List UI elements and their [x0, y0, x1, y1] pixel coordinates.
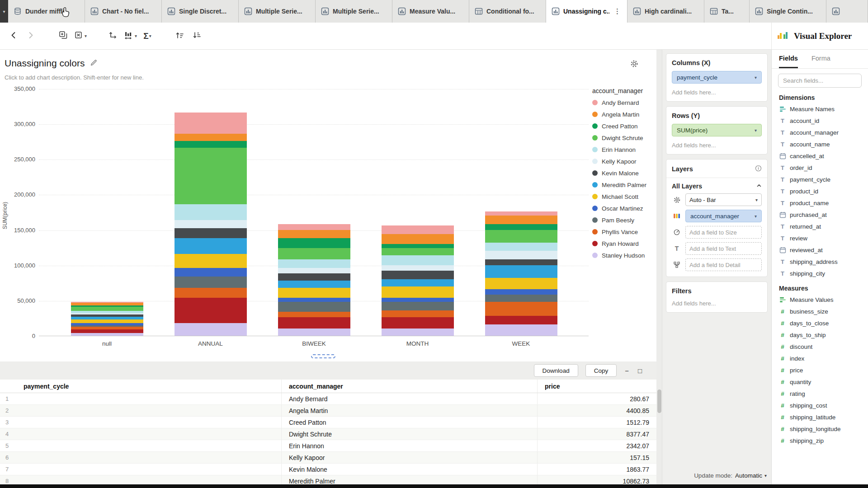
column-header-payment-cycle[interactable]: payment_cycle [16, 383, 281, 390]
field-search-input[interactable] [778, 74, 862, 88]
field-measure-values[interactable]: Measure Values [779, 294, 865, 305]
bar-segment[interactable] [71, 313, 143, 314]
column-header-price[interactable]: price [537, 380, 656, 393]
tab-menu-kebab-icon[interactable]: ⋮ [613, 7, 622, 15]
field-shipping-cost[interactable]: #shipping_cost [779, 399, 865, 411]
color-field-pill[interactable]: account_manager ▾ [685, 210, 762, 222]
all-layers-toggle[interactable]: All Layers [672, 183, 762, 190]
maximize-results-icon[interactable]: □ [637, 367, 643, 374]
bar-segment[interactable] [382, 244, 454, 248]
bar-segment[interactable] [382, 248, 454, 255]
bar-segment[interactable] [485, 211, 557, 216]
bar-segment[interactable] [485, 302, 557, 316]
bar-segment[interactable] [382, 302, 454, 310]
columns-field-pill[interactable]: payment_cycle ▾ [672, 71, 762, 84]
table-row[interactable]: 7Kevin Malone1863.77 [0, 464, 656, 475]
bar-segment[interactable] [485, 251, 557, 259]
bar-segment[interactable] [382, 298, 454, 302]
bar-segment[interactable] [485, 243, 557, 251]
field-returned-at[interactable]: Treturned_at [779, 221, 865, 232]
bar-segment[interactable] [278, 281, 350, 288]
legend-item[interactable]: Dwight Schrute [592, 132, 656, 144]
table-row[interactable]: 8Meredith Palmer10862.73 [0, 475, 656, 484]
bar-segment[interactable] [175, 148, 247, 204]
bar-segment[interactable] [278, 238, 350, 248]
bar-segment[interactable] [382, 279, 454, 286]
tab-ta[interactable]: Ta... [704, 0, 750, 23]
sort-ascending-button[interactable] [173, 28, 187, 44]
swap-axes-button[interactable] [106, 28, 120, 44]
field-business-size[interactable]: #business_size [779, 305, 865, 317]
legend-item[interactable]: Angela Martin [592, 108, 656, 120]
bar-segment[interactable] [175, 238, 247, 253]
legend-item[interactable]: Phyllis Vance [592, 226, 656, 238]
bar-segment[interactable] [485, 316, 557, 324]
field-account-manager[interactable]: Taccount_manager [779, 127, 865, 138]
mark-type-select[interactable]: Auto - Bar ▾ [685, 193, 762, 206]
legend-item[interactable]: Pam Beesly [592, 214, 656, 226]
bar-segment[interactable] [175, 220, 247, 229]
legend-item[interactable]: Meredith Palmer [592, 179, 656, 191]
bar-segment[interactable] [71, 327, 143, 329]
bar-segment[interactable] [278, 224, 350, 230]
columns-add-fields-placeholder[interactable]: Add fields here... [672, 89, 762, 96]
bar-segment[interactable] [71, 311, 143, 313]
detail-field-dropzone[interactable]: Add a field to Detail [685, 258, 762, 271]
tab-conditional-fo[interactable]: Conditional fo... [469, 0, 546, 23]
bar-segment[interactable] [175, 254, 247, 268]
bar-segment[interactable] [278, 268, 350, 274]
chart-resize-handle[interactable] [311, 354, 335, 358]
table-row[interactable]: 3Creed Patton1512.79 [0, 417, 656, 428]
bar-segment[interactable] [382, 255, 454, 265]
bar-segment[interactable] [382, 317, 454, 328]
sort-descending-button[interactable] [190, 28, 204, 44]
bar-segment[interactable] [278, 312, 350, 318]
rows-add-fields-placeholder[interactable]: Add fields here... [672, 142, 762, 149]
bar-segment[interactable] [278, 328, 350, 336]
bar-segment[interactable] [382, 328, 454, 336]
field-index[interactable]: #index [779, 352, 865, 364]
bar-segment[interactable] [382, 234, 454, 244]
field-cancelled-at[interactable]: cancelled_at [779, 150, 865, 162]
legend-item[interactable]: Andy Bernard [592, 97, 656, 108]
bar-segment[interactable] [175, 228, 247, 238]
legend-item[interactable]: Stanley Hudson [592, 249, 656, 261]
field-measure-names[interactable]: Measure Names [779, 103, 865, 115]
legend-item[interactable]: Kevin Malone [592, 167, 656, 179]
tab-single-discret[interactable]: Single Discret... [162, 0, 239, 23]
minimize-results-icon[interactable]: − [624, 367, 630, 374]
bar-segment[interactable] [382, 265, 454, 271]
column-header-account-manager[interactable]: account_manager [281, 380, 537, 393]
aggregate-button[interactable]: Σ ▾ [140, 28, 155, 44]
field-quantity[interactable]: #quantity [779, 376, 865, 388]
canvas-scrollbar[interactable] [656, 50, 662, 484]
tab-single-contin[interactable]: Single Contin... [750, 0, 826, 23]
bar-segment[interactable] [175, 113, 247, 134]
tab-measure-valu[interactable]: Measure Valu... [392, 0, 469, 23]
forward-button[interactable] [24, 28, 38, 44]
bar-segment[interactable] [485, 278, 557, 289]
field-order-id[interactable]: Torder_id [779, 162, 865, 174]
legend-item[interactable]: Ryan Howard [592, 238, 656, 249]
field-reviewed-at[interactable]: reviewed_at [779, 244, 865, 256]
bar-segment[interactable] [278, 288, 350, 298]
field-shipping-zip[interactable]: #shipping_zip [779, 435, 865, 446]
field-review[interactable]: Treview [779, 232, 865, 244]
field-shipping-longitude[interactable]: #shipping_longitude [779, 423, 865, 435]
bar-segment[interactable] [278, 317, 350, 328]
size-field-dropzone[interactable]: Add a field to Size [685, 226, 762, 239]
copy-button[interactable]: Copy [585, 364, 617, 377]
bar-segment[interactable] [71, 333, 143, 336]
bar-segment[interactable] [71, 307, 143, 311]
bar-segment[interactable] [71, 302, 143, 303]
bar-segment[interactable] [71, 317, 143, 319]
tab-unassigning-c[interactable]: Unassigning c...⋮ [546, 0, 627, 23]
chart-description-placeholder[interactable]: Click to add chart description. Shift-en… [5, 74, 144, 81]
field-shipping-address[interactable]: Tshipping_address [779, 256, 865, 267]
bar-segment[interactable] [382, 225, 454, 234]
bar-segment[interactable] [382, 271, 454, 279]
tab-overflow-button[interactable]: ▾ [0, 0, 8, 23]
table-row[interactable]: 5Erin Hannon2342.07 [0, 440, 656, 452]
field-discount[interactable]: #discount [779, 341, 865, 352]
bar-segment[interactable] [278, 302, 350, 312]
